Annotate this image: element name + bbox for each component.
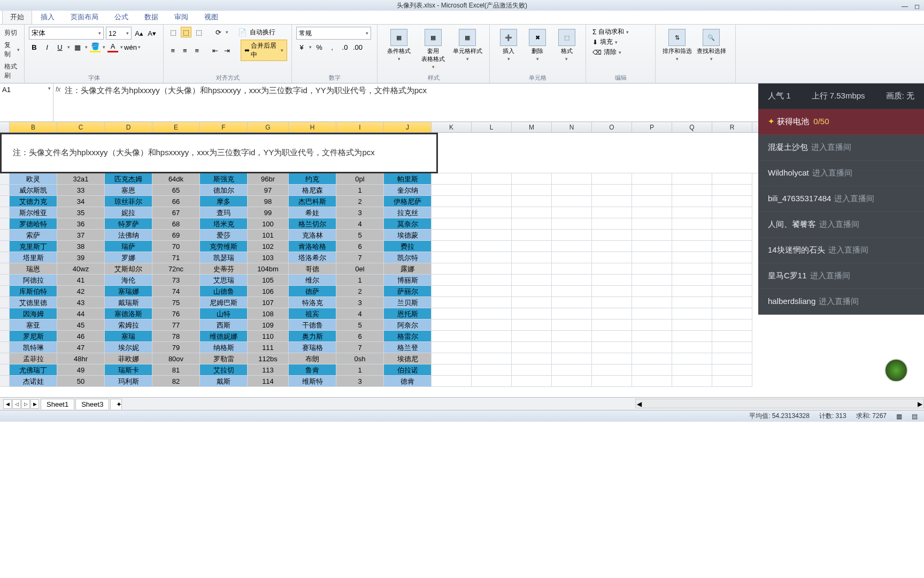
cell[interactable]: 108 <box>248 308 289 320</box>
cell[interactable] <box>632 353 672 364</box>
indent-left-icon[interactable]: ⇤ <box>210 45 220 56</box>
cell[interactable]: 匹克杰姆 <box>105 173 152 185</box>
cell[interactable]: 100 <box>248 218 289 230</box>
cell[interactable]: 72nc <box>152 263 200 275</box>
col-header-B[interactable]: B <box>10 122 57 132</box>
cell[interactable]: 斯强克 <box>200 173 248 185</box>
cell[interactable] <box>632 364 672 376</box>
cell[interactable]: 博丽斯 <box>384 275 432 286</box>
cell[interactable] <box>672 320 712 331</box>
cell[interactable] <box>592 185 632 196</box>
cell[interactable]: 112bs <box>248 353 289 364</box>
cell[interactable] <box>432 275 472 286</box>
cell[interactable] <box>672 241 712 252</box>
cell[interactable] <box>592 241 632 252</box>
cell[interactable]: 纳格斯 <box>200 342 248 353</box>
cell[interactable]: 76 <box>152 308 200 320</box>
cell[interactable] <box>672 331 712 342</box>
cell[interactable] <box>472 241 512 252</box>
cell[interactable] <box>552 207 592 218</box>
autosum-button[interactable]: Σ 自动求和▾ <box>590 27 651 37</box>
cell[interactable]: 山德鲁 <box>200 286 248 297</box>
cell[interactable]: 7 <box>336 252 384 263</box>
cell[interactable]: 索萨 <box>10 230 57 241</box>
cell[interactable]: 琼丝菲尔 <box>105 196 152 207</box>
cell[interactable] <box>552 185 592 196</box>
col-header-P[interactable]: P <box>632 122 672 132</box>
tab-页面布局[interactable]: 页面布局 <box>63 10 106 24</box>
cell[interactable] <box>552 342 592 353</box>
cell[interactable]: 40wz <box>57 263 105 275</box>
cell[interactable]: 海伦 <box>105 275 152 286</box>
cell[interactable]: 3 <box>336 376 384 387</box>
cell[interactable] <box>512 376 552 387</box>
view-normal-icon[interactable]: ▦ <box>896 413 902 420</box>
cell[interactable] <box>432 320 472 331</box>
cell[interactable]: 克洛林 <box>289 230 336 241</box>
cell[interactable] <box>432 241 472 252</box>
cell[interactable]: 69 <box>152 230 200 241</box>
cell[interactable]: 格兰切尔 <box>289 218 336 230</box>
col-header-J[interactable]: J <box>384 122 432 132</box>
cell[interactable] <box>672 275 712 286</box>
cell[interactable]: 艾斯却尔 <box>105 263 152 275</box>
cell[interactable]: 阿德拉 <box>10 275 57 286</box>
cell[interactable]: 爱莎 <box>200 230 248 241</box>
cell[interactable]: 孟菲拉 <box>10 353 57 364</box>
cell[interactable] <box>432 230 472 241</box>
cell[interactable] <box>512 230 552 241</box>
cell[interactable]: 戴瑞斯 <box>105 297 152 308</box>
cell[interactable]: 42 <box>57 286 105 297</box>
cell[interactable] <box>552 286 592 297</box>
cell[interactable] <box>632 286 672 297</box>
border-button[interactable]: ▦ <box>72 42 83 52</box>
cell[interactable] <box>592 320 632 331</box>
align-center-icon[interactable]: ≡ <box>180 45 190 56</box>
cell[interactable]: 49 <box>57 364 105 376</box>
cell[interactable]: 32a1 <box>57 173 105 185</box>
cell[interactable] <box>512 207 552 218</box>
cell[interactable]: 101 <box>248 230 289 241</box>
cell[interactable] <box>672 364 712 376</box>
cell[interactable] <box>592 286 632 297</box>
cell[interactable]: 妮拉 <box>105 207 152 218</box>
cell[interactable]: 34 <box>57 196 105 207</box>
cell[interactable] <box>472 308 512 320</box>
cell[interactable] <box>592 331 632 342</box>
cell[interactable]: 德加尔 <box>200 185 248 196</box>
cell[interactable]: 80ov <box>152 353 200 364</box>
maximize-icon[interactable]: ◻ <box>914 1 920 12</box>
cell[interactable]: 111 <box>248 342 289 353</box>
cell[interactable]: 82 <box>152 376 200 387</box>
cell[interactable] <box>672 196 712 207</box>
cell[interactable]: 维德妮娜 <box>200 331 248 342</box>
cell[interactable] <box>672 308 712 320</box>
cell[interactable]: 祖宾 <box>289 308 336 320</box>
copy-button[interactable]: 复制▾ <box>4 39 20 60</box>
table-row[interactable]: 杰诺娃50玛利斯82戴斯114维斯特3德肯 <box>0 376 924 387</box>
cell[interactable]: 4 <box>336 218 384 230</box>
cell[interactable] <box>552 376 592 387</box>
cell[interactable]: 布朗 <box>289 353 336 364</box>
cell[interactable] <box>512 320 552 331</box>
font-name-select[interactable]: 宋体▾ <box>29 27 104 40</box>
cell[interactable]: 摩多 <box>200 196 248 207</box>
cell[interactable] <box>712 320 752 331</box>
cell[interactable]: 44 <box>57 308 105 320</box>
cell[interactable]: 75 <box>152 297 200 308</box>
cell[interactable] <box>472 207 512 218</box>
cell[interactable] <box>712 263 752 275</box>
cell[interactable]: 拉克丝 <box>384 207 432 218</box>
col-header-E[interactable]: E <box>152 122 200 132</box>
cell[interactable]: 格兰登 <box>384 342 432 353</box>
cell[interactable] <box>512 252 552 263</box>
col-header-M[interactable]: M <box>512 122 552 132</box>
cell[interactable]: 36 <box>57 218 105 230</box>
tab-视图[interactable]: 视图 <box>197 10 226 24</box>
cell[interactable]: 维尔 <box>289 275 336 286</box>
cell[interactable] <box>592 308 632 320</box>
cell[interactable] <box>552 263 592 275</box>
cell[interactable] <box>672 353 712 364</box>
cell[interactable] <box>592 376 632 387</box>
cell[interactable]: 81 <box>152 364 200 376</box>
